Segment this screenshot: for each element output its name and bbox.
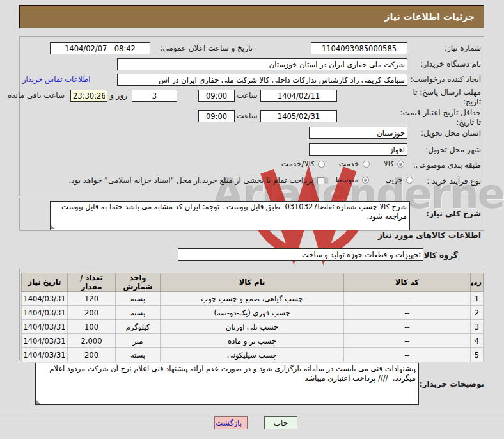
radio-option-service[interactable]: خدمت <box>339 159 370 168</box>
table-row: 5 -- چسب سیلیکونی بسته 200 1404/03/31 <box>22 348 484 362</box>
cell-row: 4 <box>471 334 484 348</box>
goods-table: ردیف کد کالا نام کالا واحد شمارش تعداد /… <box>21 273 484 362</box>
validity-hour-input[interactable] <box>198 110 235 122</box>
cell-qty: 100 <box>68 320 116 334</box>
cell-name: چسب سیلیکونی <box>161 348 344 362</box>
cell-code: -- <box>344 348 471 362</box>
cell-code: -- <box>344 292 471 306</box>
table-row: 2 -- چسب فوری (یک-دو-سه) بسته 200 1404/0… <box>22 306 484 320</box>
cell-unit: بسته <box>116 348 161 362</box>
radio-icon[interactable] <box>318 161 325 168</box>
deadline-hour-label: ساعت <box>237 91 258 100</box>
cell-name: چسب پلی اورتان <box>161 320 344 334</box>
table-row: 1 -- چسب گیاهی، صمغ و چسب چوب بسته 120 1… <box>22 292 484 306</box>
back-button[interactable]: بازگشت <box>214 416 248 429</box>
col-item-code: کد کالا <box>344 273 471 292</box>
buyer-notes-label: توضیحات خریدار: <box>420 379 484 389</box>
cell-date: 1404/03/31 <box>22 292 68 306</box>
validity-date-input[interactable] <box>260 110 337 122</box>
radio-icon[interactable] <box>406 177 413 184</box>
classification-radio-group: کالا خدمت کالا/خدمت <box>281 159 404 168</box>
cell-name: چسب نر و ماده <box>161 334 344 348</box>
cell-code: -- <box>344 320 471 334</box>
validity-label-line1: حداقل تاریخ اعتبار قیمت: <box>400 108 481 118</box>
cell-row: 1 <box>471 292 484 306</box>
buyer-contact-link[interactable]: اطلاعات تماس خریدار <box>22 75 91 84</box>
cell-date: 1404/03/31 <box>22 334 68 348</box>
resize-handle-icon[interactable] <box>51 225 55 229</box>
creator-label: ایجاد کننده درخواست: <box>410 75 481 84</box>
page: جزئیات اطلاعات نیاز AriaTenderneT شماره … <box>0 0 504 439</box>
col-need-date: تاریخ نیاز <box>22 273 68 292</box>
treasury-checkbox-row: پرداخت تمام یا بخشی از مبلغ خرید،از محل … <box>68 176 324 185</box>
buyer-org-label: نام دستگاه خریدار: <box>421 60 482 69</box>
cell-unit: بسته <box>116 292 161 306</box>
need-number-input[interactable] <box>311 42 407 54</box>
cell-unit: متر <box>116 334 161 348</box>
deadline-date-input[interactable] <box>260 90 337 102</box>
remaining-time-label: ساعت باقی مانده <box>8 91 65 100</box>
cell-unit: بسته <box>116 306 161 320</box>
print-button[interactable]: چاپ <box>264 416 297 429</box>
treasury-checkbox[interactable] <box>317 177 324 184</box>
radio-icon[interactable] <box>362 177 369 184</box>
cell-row: 2 <box>471 306 484 320</box>
cell-qty: 200 <box>68 306 116 320</box>
description-textarea[interactable]: شرح کالا چسب شماره تقاضا0310327 طبق فایل… <box>50 201 410 230</box>
validity-hour-label: ساعت <box>237 111 258 121</box>
table-row: 3 -- چسب پلی اورتان کیلوگرم 100 1404/03/… <box>22 320 484 334</box>
resize-handle-icon[interactable] <box>36 400 40 404</box>
announce-datetime-input[interactable] <box>50 42 150 54</box>
validity-label-line2: تا تاریخ: <box>400 118 481 127</box>
deadline-hour-input[interactable] <box>198 90 235 102</box>
deadline-label-line2: تاریخ: <box>413 97 481 107</box>
radio-option-goods[interactable]: کالا <box>384 159 404 168</box>
radio-option-goods-service[interactable]: کالا/خدمت <box>281 159 325 168</box>
page-title: جزئیات اطلاعات نیاز <box>19 5 484 28</box>
need-number-label: شماره نیاز: <box>445 44 481 53</box>
radio-option-medium[interactable]: متوسط <box>335 175 369 184</box>
deadline-label-line1: مهلت ارسال پاسخ: تا <box>413 88 481 97</box>
cell-date: 1404/03/31 <box>22 306 68 320</box>
buyer-notes-textarea[interactable]: پیشنهادات فنی می بایست در سامانه بارگزار… <box>35 363 419 405</box>
table-header-row: ردیف کد کالا نام کالا واحد شمارش تعداد /… <box>22 273 484 292</box>
cell-qty: 120 <box>68 292 116 306</box>
province-input[interactable] <box>309 127 407 139</box>
announce-label: تاریخ و ساعت اعلان عمومی: <box>160 44 253 53</box>
col-quantity: تعداد / مقدار <box>68 273 116 292</box>
remaining-time-input[interactable] <box>70 90 107 102</box>
col-unit: واحد شمارش <box>116 273 161 292</box>
table-row: 4 -- چسب نر و ماده متر 2,000 1404/03/31 <box>22 334 484 348</box>
cell-unit: کیلوگرم <box>116 320 161 334</box>
radio-label: خدمت <box>339 159 359 168</box>
radio-icon[interactable] <box>363 161 370 168</box>
col-row-number: ردیف <box>471 273 484 292</box>
cell-date: 1404/03/31 <box>22 320 68 334</box>
radio-option-minor[interactable]: جزیی <box>386 175 413 184</box>
deadline-label: مهلت ارسال پاسخ: تا تاریخ: <box>413 88 481 107</box>
col-item-name: نام کالا <box>161 273 344 292</box>
cell-date: 1404/03/31 <box>22 348 68 362</box>
footer-divider <box>0 413 504 415</box>
city-input[interactable] <box>309 143 407 156</box>
description-label: شرح کلی نیاز: <box>426 209 481 219</box>
goods-group-label: گروه کالا: <box>421 251 458 260</box>
cell-row: 5 <box>471 348 484 362</box>
treasury-label: پرداخت تمام یا بخشی از مبلغ خرید،از محل … <box>68 176 313 185</box>
deadline-days-input[interactable] <box>132 90 177 102</box>
cell-qty: 2,000 <box>68 334 116 348</box>
buyer-org-input[interactable] <box>117 58 407 70</box>
radio-label: جزیی <box>386 175 403 184</box>
creator-input[interactable] <box>117 74 407 86</box>
cell-code: -- <box>344 306 471 320</box>
cell-row: 3 <box>471 320 484 334</box>
classification-label: طبقه بندی موضوعی: <box>413 161 481 170</box>
radio-label: متوسط <box>335 175 359 184</box>
validity-label: حداقل تاریخ اعتبار قیمت: تا تاریخ: <box>400 108 481 127</box>
deadline-days-label: روز و <box>110 91 127 100</box>
goods-group-input[interactable] <box>178 248 423 261</box>
radio-label: کالا <box>384 159 394 168</box>
goods-section-title: اطلاعات کالاهای مورد نیاز <box>378 230 481 240</box>
cell-name: چسب گیاهی، صمغ و چسب چوب <box>161 292 344 306</box>
radio-icon[interactable] <box>397 161 404 168</box>
